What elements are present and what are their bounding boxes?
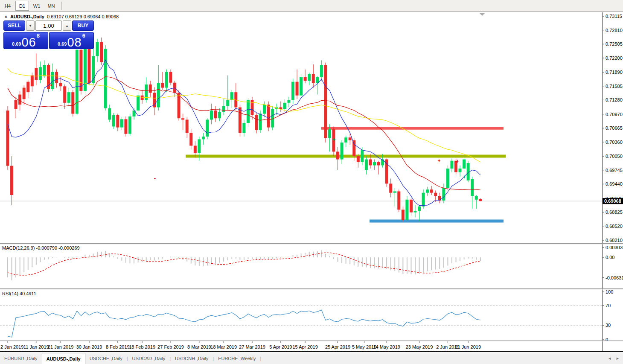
timeframe-button-w1[interactable]: W1 [30,1,44,11]
timeframe-button-mn[interactable]: MN [44,1,58,11]
date-axis-tick: 25 Apr 2019 [325,344,350,349]
date-axis-tick: 27 Feb 2019 [157,344,184,349]
sell-button[interactable]: SELL [3,20,25,31]
volume-decrease-button[interactable]: ▼ [26,20,35,31]
date-axis-tick: 18 Feb 2019 [129,344,155,349]
chart-marker: + [437,158,440,164]
chart-canvas[interactable]: ▪▪++++0.731150.728100.725050.722000.7189… [0,12,623,352]
bottom-border [0,351,623,352]
chart-tab-eurchf[interactable]: EURCHF-,Weekly [214,352,260,364]
buy-price-tile[interactable]: 0.69 08 6 [49,32,94,49]
sell-price-pip: 8 [37,32,40,39]
price-axis-tick: 0.72505 [606,41,623,47]
price-axis-tick: 0.71890 [606,70,623,75]
date-axis-tick: 27 Mar 2019 [239,344,265,349]
one-click-trading-panel: SELL ▼ ▲ BUY 0.69 06 8 0.69 08 6 [3,20,94,49]
sell-price-small: 0.69 [12,41,21,47]
chart-tab-usdcad[interactable]: USDCAD-,Daily [128,352,170,364]
macd-axis-tick: -0.006311 [606,275,623,280]
chart-marker: + [332,137,335,143]
chart-tab-usdcnh[interactable]: USDCNH-,Daily [171,352,213,364]
price-axis-tick: 0.72810 [606,28,623,33]
chart-marker: ▪ [50,82,52,88]
macd-label: MACD(12,26,9) -0.000790 -0.000269 [2,245,80,250]
volume-increase-button[interactable]: ▲ [63,20,71,31]
rsi-label: RSI(14) 40.4911 [2,291,36,296]
price-axis-tick: 0.68210 [606,238,623,243]
macd-signal-line [8,253,480,275]
price-axis-tick: 0.70050 [606,154,623,159]
toolbar-separator [61,2,62,10]
rsi-axis-tick: 70 [606,303,611,308]
price-axis-tick: 0.71280 [606,97,623,102]
date-axis-tick: 8 Feb 2019 [106,344,130,349]
date-axis-tick: 21 Jan 2019 [48,344,74,349]
chart-tab-usdchf[interactable]: USDCHF-,Daily [85,352,127,364]
date-axis-tick: 11 Jun 2019 [455,344,481,349]
date-axis-tick: 18 Mar 2019 [210,344,237,349]
timeframe-button-h4[interactable]: H4 [1,1,15,11]
tab-scroll-left-icon[interactable]: ◄ [608,356,611,361]
buy-price-small: 0.69 [58,41,67,47]
sell-price-tile[interactable]: 0.69 06 8 [3,32,48,49]
chart-marker: ▪ [154,175,156,181]
chart-marker: + [463,174,466,180]
price-axis-tick: 0.69440 [606,181,623,186]
buy-price-pip: 6 [82,32,85,39]
date-axis-tick: 11 Jan 2019 [23,344,49,349]
rsi-axis-tick: 100 [606,289,613,294]
tab-separator: | [260,352,262,364]
price-axis-tick: 0.71585 [606,84,623,89]
price-axis-tick: 0.68520 [606,224,623,229]
price-axis-tick: 0.73115 [606,14,622,19]
rsi-line [8,310,480,337]
date-axis-tick: 5 Apr 2019 [269,344,292,349]
chart-tab-eurusd[interactable]: EURUSD-,Daily [0,352,42,364]
macd-axis-tick: 0.00 [606,255,614,260]
price-axis-tick: 0.69745 [606,168,623,173]
sell-price-big: 06 [21,37,36,48]
timeframe-button-d1[interactable]: D1 [15,1,29,11]
volume-input[interactable] [35,20,62,31]
price-axis-tick: 0.68825 [606,210,623,215]
date-axis-tick: 2 Jan 2019 [0,344,23,349]
date-axis-tick: 23 May 2019 [406,344,433,349]
rsi-axis-tick: 0 [606,337,608,342]
chart-tab-audusd[interactable]: AUDUSD-,Daily [42,353,85,364]
svg-text:0.69068: 0.69068 [604,198,621,204]
mt4-window: { "toolbar":{"timeframes":[ {"label":"H4… [0,0,623,364]
chart-marker: + [456,158,459,164]
chart-caption: ▲ AUDUSD-,Daily 0.69107 0.69129 0.69064 … [4,14,119,19]
tab-scroll-buttons: ◄ ► [608,352,623,364]
date-axis-tick: 15 Apr 2019 [292,344,317,349]
date-axis-tick: 8 Mar 2019 [187,344,211,349]
ohlc-readout: 0.69107 0.69129 0.69064 0.69068 [47,14,119,19]
timeframe-toolbar: H4 D1 W1 MN [0,0,623,12]
macd-histogram [8,250,480,280]
price-axis-tick: 0.70360 [606,140,623,145]
date-axis-tick: 14 May 2019 [373,344,400,349]
symbol-title: AUDUSD-,Daily [10,14,44,19]
buy-button[interactable]: BUY [72,20,94,31]
date-axis-tick: 30 Jan 2019 [76,344,102,349]
collapse-panel-icon[interactable]: ▲ [4,15,8,18]
chart-tab-bar: EURUSD-,Daily AUDUSD-,Daily USDCHF-,Dail… [0,352,623,364]
rsi-axis-tick: 30 [606,323,611,328]
moving-average-line [8,69,480,162]
scroll-to-end-icon[interactable] [480,13,485,16]
macd-axis-tick: 0.003035 [606,245,623,250]
price-axis-tick: 0.72200 [606,55,623,61]
price-axis-tick: 0.70665 [606,125,623,131]
tab-scroll-right-icon[interactable]: ► [616,356,620,361]
price-axis-tick: 0.70970 [606,112,623,117]
buy-price-big: 08 [67,37,82,48]
